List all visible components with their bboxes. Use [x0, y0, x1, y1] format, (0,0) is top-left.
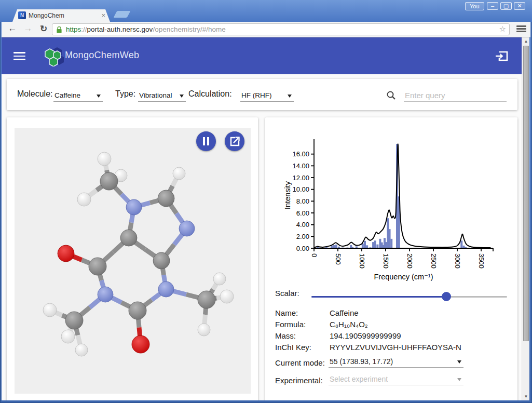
experimental-placeholder: Select experiment — [330, 375, 388, 383]
atom-O — [132, 335, 149, 353]
atom-C — [198, 291, 215, 308]
atom-H — [173, 167, 185, 180]
hamburger-icon[interactable] — [13, 52, 25, 62]
url-bar[interactable]: https://portal-auth.nersc.gov/openchemis… — [52, 23, 510, 35]
current-mode-select[interactable]: 55 (1738.93, 17.72) — [329, 356, 463, 368]
atom-H — [213, 273, 226, 285]
profile-button[interactable]: You — [465, 2, 484, 10]
url-host: portal-auth.nersc.gov — [87, 25, 153, 33]
atom-C — [153, 252, 170, 269]
caret-down-icon — [457, 360, 461, 364]
slider-fill — [311, 296, 446, 298]
url-path: /openchemistry/#/home — [153, 25, 225, 33]
scrollbar-thumb[interactable] — [523, 46, 529, 341]
atom-H — [61, 330, 75, 343]
calculation-label: Calculation: — [188, 89, 232, 99]
close-icon: ✕ — [517, 3, 522, 9]
molecule-card — [7, 117, 258, 400]
sign-in-icon[interactable] — [495, 50, 509, 62]
caret-down-icon — [97, 95, 101, 98]
tab-close-icon[interactable]: × — [101, 11, 105, 19]
molecule-select-value: Caffeine — [54, 91, 80, 99]
forward-icon: → — [22, 23, 34, 34]
pause-icon — [196, 131, 216, 151]
star-icon[interactable]: ☆ — [499, 24, 506, 34]
name-label: Name: — [275, 308, 298, 317]
current-mode-label: Current mode: — [275, 358, 325, 367]
search-input[interactable] — [404, 89, 507, 102]
atom-N — [126, 199, 142, 215]
y-tick-label: 14.00 — [292, 162, 309, 170]
url-text: https://portal-auth.nersc.gov/openchemis… — [66, 25, 226, 33]
chrome-menu-icon[interactable] — [516, 25, 526, 33]
browser-toolbar: ← → ↻ https://portal-auth.nersc.gov/open… — [2, 22, 530, 37]
experimental-select[interactable]: Select experiment — [329, 373, 463, 385]
spectrum-bar — [389, 229, 391, 248]
atom-H — [198, 324, 210, 336]
vibrational-spectrum-chart: 0.002.004.006.008.0010.0012.0014.0016.00… — [265, 129, 517, 286]
y-tick-label: 4.00 — [296, 221, 309, 229]
page-content: Molecule: Caffeine Type: Vibrational Cal… — [2, 74, 522, 400]
atom-C — [89, 258, 106, 275]
atom-C — [120, 230, 137, 246]
caret-down-icon — [180, 95, 184, 98]
x-axis-label: Frequency (cm⁻¹) — [374, 273, 433, 281]
atom-N — [179, 221, 195, 236]
current-mode-value: 55 (1738.93, 17.72) — [330, 357, 393, 366]
spectrum-bar — [460, 240, 462, 248]
spectrum-bar — [374, 240, 376, 248]
pause-button[interactable] — [196, 131, 216, 151]
molecule-select[interactable]: Caffeine — [53, 90, 103, 102]
search-icon — [386, 90, 397, 101]
page-scrollbar[interactable]: ▲ ▼ — [522, 37, 529, 400]
y-tick-label: 12.00 — [292, 174, 309, 182]
spectrum-bar — [335, 245, 337, 248]
back-icon[interactable]: ← — [6, 23, 19, 34]
atom-C — [129, 302, 146, 319]
close-button[interactable]: ✕ — [514, 2, 525, 10]
y-tick-label: 6.00 — [296, 209, 309, 217]
x-tick-label: 3500 — [478, 253, 485, 268]
inchi-key-value: RYYVLZVUVIJVGH-UHFFFAOYSA-N — [330, 343, 461, 352]
type-label: Type: — [115, 89, 135, 99]
y-tick-label: 16.00 — [292, 150, 309, 158]
atom-O — [58, 245, 74, 262]
maximize-button[interactable]: ▢ — [500, 2, 512, 10]
y-tick-label: 8.00 — [296, 197, 309, 205]
scroll-up-icon[interactable]: ▲ — [523, 38, 529, 45]
spectrum-bar — [372, 242, 374, 248]
slider-thumb[interactable] — [442, 292, 451, 301]
browser-tab[interactable]: N MongoChem × — [12, 9, 110, 22]
caret-down-icon — [288, 95, 292, 98]
atom-H — [98, 152, 111, 166]
url-separator: :// — [81, 25, 87, 33]
atom-H — [77, 193, 91, 206]
scroll-down-icon[interactable]: ▼ — [523, 393, 529, 400]
experimental-label: Experimental: — [275, 376, 323, 385]
calculation-select[interactable]: HF (RHF) — [240, 90, 294, 102]
minimize-icon: – — [491, 3, 494, 9]
scalar-label: Scalar: — [275, 289, 299, 298]
calculation-select-value: HF (RHF) — [241, 91, 271, 99]
mass-value: 194.1905999999999 — [330, 331, 401, 340]
scalar-slider[interactable] — [311, 296, 507, 298]
tab-title: MongoChem — [29, 12, 91, 19]
reload-icon[interactable]: ↻ — [37, 23, 50, 34]
tab-favicon-icon: N — [18, 11, 26, 19]
new-tab-button[interactable] — [114, 11, 131, 18]
atom-H — [75, 344, 88, 356]
app-title: MongoChemWeb — [65, 50, 139, 61]
open-in-new-button[interactable] — [225, 131, 244, 151]
type-select[interactable]: Vibrational — [138, 90, 186, 102]
open-in-new-icon — [225, 131, 244, 151]
x-tick-label: 2000 — [406, 253, 414, 268]
maximize-icon: ▢ — [503, 3, 509, 9]
molecule-3d-viewer[interactable] — [15, 128, 251, 394]
atom-C — [100, 172, 118, 190]
x-tick-label: 1000 — [358, 253, 366, 268]
page-viewport: MongoChemWeb Molecule: Caffeine Type: — [2, 37, 529, 400]
formula-label: Formula: — [275, 320, 306, 329]
atom-N — [98, 287, 113, 302]
minimize-button[interactable]: – — [487, 2, 498, 10]
app-header: MongoChemWeb — [2, 37, 522, 74]
